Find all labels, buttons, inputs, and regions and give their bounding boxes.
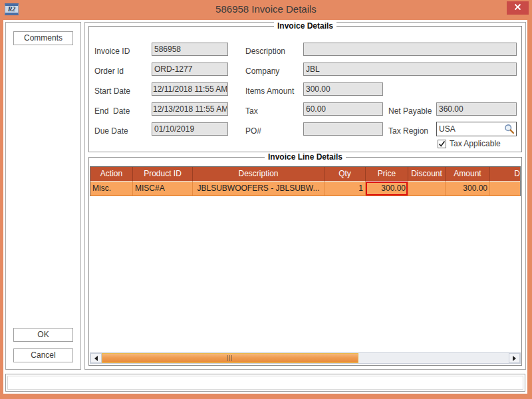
items-amount-field[interactable] xyxy=(303,82,383,96)
column-header-discount[interactable]: Discount xyxy=(408,167,446,182)
description-field[interactable] xyxy=(303,43,517,56)
comments-button[interactable]: Comments xyxy=(13,31,73,45)
invoice-details-group: Invoice Details Invoice ID Order Id Star… xyxy=(88,26,522,152)
cell-action[interactable]: Misc. xyxy=(90,182,133,196)
order-id-field[interactable] xyxy=(152,63,228,76)
line-items-grid: Action Product ID Description Qty Price … xyxy=(90,166,521,196)
end-date-label: End Date xyxy=(94,104,130,118)
tax-applicable-row: Tax Applicable xyxy=(438,139,501,148)
net-payable-field[interactable] xyxy=(436,102,517,116)
status-bar xyxy=(5,374,525,392)
start-date-field[interactable] xyxy=(152,82,228,96)
column-header-action[interactable]: Action xyxy=(90,167,133,182)
invoice-details-window: R2 586958 Invoice Details Comments OK Ca… xyxy=(0,0,532,399)
cell-discount[interactable] xyxy=(408,182,446,196)
cell-product-id[interactable]: MISC#A xyxy=(133,182,193,196)
cell-price-selected[interactable]: 300.00 xyxy=(366,182,408,196)
cell-amount[interactable]: 300.00 xyxy=(446,182,490,196)
column-header-description[interactable]: Description xyxy=(193,167,325,182)
invoice-line-details-legend: Invoice Line Details xyxy=(265,152,346,162)
tax-applicable-checkbox[interactable] xyxy=(438,140,446,148)
tax-region-label: Tax Region xyxy=(388,124,428,138)
scroll-right-button[interactable] xyxy=(509,353,520,363)
tax-field[interactable] xyxy=(303,102,383,116)
column-header-qty[interactable]: Qty xyxy=(325,167,366,182)
titlebar: R2 586958 Invoice Details xyxy=(0,0,532,20)
scrollbar-track[interactable] xyxy=(102,353,509,363)
invoice-details-legend: Invoice Details xyxy=(274,21,336,31)
end-date-field[interactable] xyxy=(152,102,228,116)
status-text xyxy=(7,376,523,390)
check-icon xyxy=(438,140,446,148)
due-date-field[interactable] xyxy=(152,122,228,136)
tax-label: Tax xyxy=(245,104,258,118)
search-icon[interactable] xyxy=(504,124,515,134)
horizontal-scrollbar[interactable] xyxy=(90,352,521,364)
close-icon xyxy=(514,3,521,13)
scrollbar-thumb[interactable] xyxy=(102,353,358,363)
net-payable-label: Net Payable xyxy=(388,104,432,118)
description-label: Description xyxy=(245,45,285,58)
scrollbar-grip-icon xyxy=(227,355,233,361)
left-button-panel: Comments OK Cancel xyxy=(5,22,81,370)
arrow-right-icon xyxy=(513,356,516,361)
ok-button[interactable]: OK xyxy=(13,328,73,342)
start-date-label: Start Date xyxy=(94,84,130,98)
scroll-left-button[interactable] xyxy=(90,353,102,363)
column-header-product-id[interactable]: Product ID xyxy=(133,167,193,182)
invoice-line-details-group: Invoice Line Details Action Product ID D… xyxy=(88,157,522,366)
company-label: Company xyxy=(245,65,279,78)
column-header-partial[interactable]: D xyxy=(490,167,520,182)
company-field[interactable] xyxy=(303,63,517,76)
po-field[interactable] xyxy=(303,122,383,136)
grid-data-row[interactable]: Misc. MISC#A JBLSUBWOOFERS - JBLSUBW... … xyxy=(90,182,520,196)
tax-applicable-label: Tax Applicable xyxy=(450,139,501,148)
order-id-label: Order Id xyxy=(94,65,124,78)
arrow-left-icon xyxy=(94,356,98,361)
column-header-price[interactable]: Price xyxy=(366,167,408,182)
window-title: 586958 Invoice Details xyxy=(0,0,532,20)
cell-description[interactable]: JBLSUBWOOFERS - JBLSUBW... xyxy=(193,182,325,196)
dialog-content: Comments OK Cancel Invoice Details Invoi… xyxy=(3,20,527,394)
invoice-id-field[interactable] xyxy=(152,43,228,56)
close-button[interactable] xyxy=(507,1,529,15)
cell-qty[interactable]: 1 xyxy=(325,182,366,196)
tax-region-lookup xyxy=(436,122,517,136)
cell-partial[interactable] xyxy=(490,182,520,196)
column-header-amount[interactable]: Amount xyxy=(446,167,490,182)
items-amount-label: Items Amount xyxy=(245,84,294,98)
cancel-button[interactable]: Cancel xyxy=(13,348,73,362)
invoice-id-label: Invoice ID xyxy=(94,45,130,58)
main-panel: Invoice Details Invoice ID Order Id Star… xyxy=(84,22,526,370)
due-date-label: Due Date xyxy=(94,124,128,138)
grid-header-row: Action Product ID Description Qty Price … xyxy=(90,167,520,182)
po-label: PO# xyxy=(245,124,261,138)
